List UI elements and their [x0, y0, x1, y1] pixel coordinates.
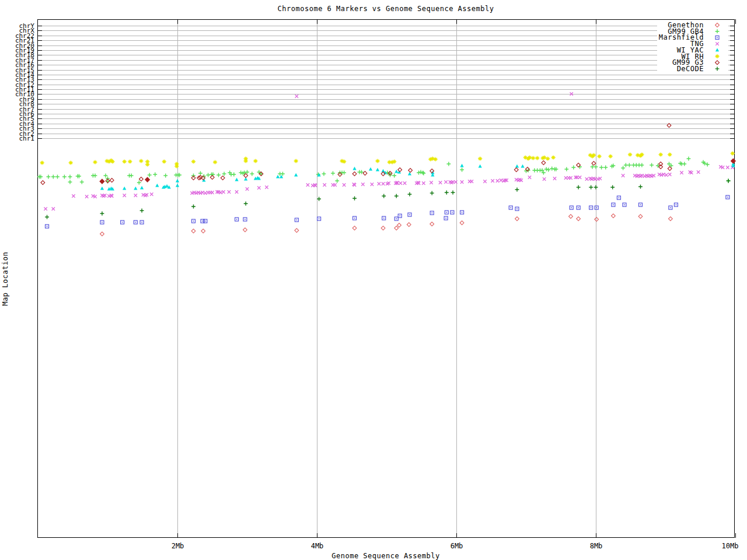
legend: GenethonGM99 GB4MarshfieldTNGWI YACWI RH…: [657, 21, 728, 74]
marker-plus: [250, 172, 254, 176]
marker-square-dot: [624, 204, 625, 205]
marker-plus: [599, 166, 603, 170]
marker-square-dot: [596, 207, 597, 208]
series-tng: [44, 92, 734, 210]
marker-diamond: [611, 214, 615, 218]
marker-star: [668, 152, 672, 156]
marker-diamond: [592, 162, 596, 166]
marker-cross: [150, 192, 153, 195]
marker-triangle: [100, 187, 104, 190]
marker-diamond: [397, 223, 402, 228]
marker-plus: [594, 165, 598, 169]
marker-star: [531, 156, 535, 160]
marker-square-dot: [296, 219, 298, 220]
marker-diamond: [363, 172, 367, 176]
marker-plus: [382, 194, 386, 198]
marker-diamond: [243, 228, 247, 232]
marker-cross: [668, 173, 671, 176]
marker-cross: [460, 180, 463, 183]
marker-diamond: [542, 161, 546, 165]
marker-plus: [460, 168, 464, 172]
marker-cross: [439, 181, 442, 184]
chart-title: Chromosome 6 Markers vs Genome Sequence …: [278, 5, 494, 13]
marker-plus: [550, 167, 554, 171]
y-tick-label: chr1: [19, 135, 35, 142]
marker-triangle: [134, 187, 137, 190]
marker-plus: [408, 192, 412, 197]
marker-star: [191, 159, 196, 163]
marker-cross: [323, 183, 326, 186]
marker-cross: [85, 195, 88, 198]
marker-plus: [232, 173, 236, 177]
marker-cross: [500, 178, 502, 181]
marker-square-dot: [102, 222, 103, 223]
legend-label: DeCODE: [677, 65, 704, 73]
marker-cross: [444, 180, 447, 183]
marker-diamond: [110, 178, 114, 183]
marker-plus: [638, 185, 643, 189]
marker-square-dot: [122, 222, 123, 223]
marker-plus: [153, 173, 157, 177]
marker-star: [659, 152, 663, 156]
marker-triangle: [408, 172, 411, 176]
marker-star: [69, 160, 73, 164]
marker-square-dot: [452, 212, 453, 213]
marker-plus: [239, 171, 243, 175]
marker-plus: [546, 168, 550, 172]
marker-star: [478, 156, 482, 160]
marker-plus: [322, 172, 326, 176]
marker-diamond: [100, 180, 104, 184]
marker-square-dot: [193, 220, 194, 222]
marker-plus: [564, 167, 568, 172]
marker-plus: [544, 167, 549, 172]
marker-plus: [68, 180, 72, 184]
marker-square-dot: [431, 212, 432, 214]
marker-triangle: [294, 173, 298, 177]
y-axis-title: Map Location: [1, 252, 9, 306]
marker-cross: [665, 173, 668, 176]
marker-cross: [134, 194, 137, 197]
marker-square-dot: [676, 204, 677, 205]
marker-plus: [331, 172, 335, 176]
marker-plus: [163, 174, 167, 178]
marker-diamond: [398, 168, 402, 172]
marker-plus: [417, 171, 421, 175]
marker-triangle: [479, 164, 482, 168]
marker-cross: [44, 207, 47, 210]
marker-plus: [62, 175, 67, 179]
marker-triangle: [176, 179, 179, 183]
marker-cross: [496, 179, 499, 182]
marker-cross: [371, 183, 374, 186]
marker-cross: [235, 190, 238, 193]
marker-square-dot: [135, 222, 137, 223]
marker-plus: [577, 186, 581, 190]
plot-frame: [37, 19, 736, 538]
x-tick-label: 10Mb: [722, 542, 739, 550]
marker-square-dot: [445, 218, 446, 219]
marker-square-dot: [510, 207, 511, 208]
marker-plus: [571, 166, 575, 170]
marker-square-dot: [47, 226, 48, 227]
marker-cross: [333, 183, 336, 186]
series-genethon: [100, 214, 673, 236]
marker-cross: [553, 177, 556, 180]
marker-cross: [343, 183, 345, 186]
marker-square-dot: [619, 197, 620, 198]
marker-star: [597, 154, 601, 158]
marker-plus: [68, 175, 72, 179]
marker-square-dot: [354, 218, 355, 219]
marker-square-dot: [462, 212, 463, 213]
marker-plus: [395, 194, 399, 198]
marker-cross: [697, 170, 700, 173]
marker-diamond: [221, 176, 225, 180]
marker-triangle: [140, 186, 144, 190]
marker-square-dot: [409, 214, 410, 215]
marker-plus: [621, 166, 625, 170]
marker-plus: [137, 181, 141, 185]
marker-cross: [52, 207, 55, 210]
marker-cross: [378, 182, 381, 185]
marker-plus: [421, 171, 425, 175]
marker-plus: [191, 205, 196, 209]
marker-plus: [650, 163, 654, 167]
marker-cross: [622, 174, 624, 177]
